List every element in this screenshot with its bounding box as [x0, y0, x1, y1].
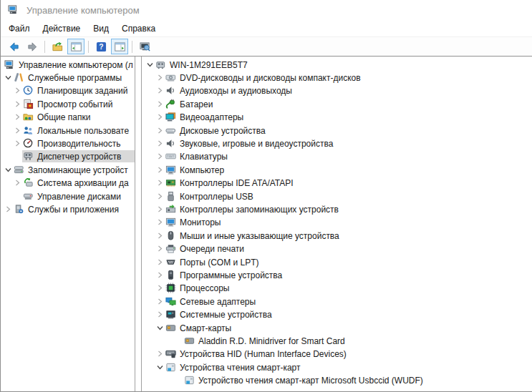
chevron-right-icon[interactable] [12, 140, 22, 147]
tree-item-body[interactable]: Аудиовходы и аудиовыходы [165, 84, 294, 97]
tree-item-body[interactable]: Звуковые, игровые и видеоустройства [165, 137, 335, 150]
tree-item-body[interactable]: Службы и приложения [13, 203, 121, 215]
tree-item[interactable]: Служебные программы [1, 71, 135, 84]
tree-item-body[interactable]: Запоминающие устройст [13, 164, 130, 176]
tree-item-body[interactable]: Контроллеры IDE ATA/ATAPI [165, 177, 296, 189]
tree-item[interactable]: Устройства чтения смарт-карт [142, 361, 532, 373]
chevron-right-icon[interactable] [3, 206, 13, 212]
tree-item-body[interactable]: Устройство чтения смарт-карт Microsoft U… [183, 374, 425, 386]
tree-item-body[interactable]: Системные устройства [165, 308, 274, 320]
tree-item-body[interactable]: Видеоадаптеры [165, 111, 246, 123]
forward-button[interactable] [24, 39, 41, 54]
tree-item[interactable]: Программные устройства [142, 268, 532, 281]
tree-item[interactable]: Клавиатуры [142, 150, 532, 163]
tree-item-body[interactable]: Клавиатуры [165, 150, 230, 162]
tree-item-body[interactable]: Aladdin R.D. Minidriver for Smart Card [183, 335, 347, 347]
chevron-right-icon[interactable] [12, 180, 22, 186]
tree-item-body[interactable]: Просмотр событий [22, 98, 115, 110]
tree-item[interactable]: Звуковые, игровые и видеоустройства [142, 137, 532, 150]
chevron-right-icon[interactable] [155, 87, 165, 94]
tree-item[interactable]: Локальные пользовате [1, 124, 135, 137]
chevron-right-icon[interactable] [155, 232, 165, 239]
tree-item[interactable]: Очереди печати [142, 242, 532, 255]
chevron-right-icon[interactable] [155, 114, 165, 120]
chevron-down-icon[interactable] [145, 62, 155, 68]
tree-item[interactable]: Смарт-карты [142, 321, 532, 334]
panel-splitter[interactable] [135, 57, 141, 391]
tree-item[interactable]: Общие папки [1, 111, 135, 124]
chevron-right-icon[interactable] [155, 219, 165, 225]
tree-item[interactable]: Системные устройства [142, 308, 532, 320]
tree-item-body[interactable]: Контроллеры USB [165, 190, 256, 202]
tree-item-body[interactable]: Производительность [22, 137, 122, 150]
menu-item[interactable]: Действие [37, 22, 87, 35]
tree-item[interactable]: Система архивации да [1, 177, 135, 190]
tree-item-body[interactable]: Дисковые устройства [165, 124, 268, 137]
menu-item[interactable]: Файл [2, 22, 37, 35]
toggle-console-tree-button[interactable] [67, 39, 84, 54]
tree-item-body[interactable]: Компьютер [165, 164, 226, 176]
tree-item-body[interactable]: Диспетчер устройств [22, 150, 135, 162]
tree-item-body[interactable]: Служебные программы [13, 72, 124, 84]
tree-item[interactable]: Видеоадаптеры [142, 111, 532, 124]
chevron-right-icon[interactable] [155, 311, 165, 318]
tree-item[interactable]: Мониторы [142, 216, 532, 229]
chevron-right-icon[interactable] [155, 245, 165, 252]
tree-item-body[interactable]: Мыши и иные указывающие устройства [165, 230, 342, 242]
menu-item[interactable]: Справка [115, 22, 162, 35]
tree-item[interactable]: DVD-дисководы и дисководы компакт-дисков [142, 71, 532, 84]
tree-item[interactable]: Сетевые адаптеры [142, 295, 532, 308]
chevron-down-icon[interactable] [155, 364, 165, 371]
tree-item-body[interactable]: Мониторы [165, 216, 223, 228]
chevron-down-icon[interactable] [3, 167, 13, 173]
tree-item-body[interactable]: Управление компьютером (л [4, 59, 135, 71]
tree-item[interactable]: Контроллеры запоминающих устройств [142, 202, 532, 215]
chevron-right-icon[interactable] [155, 259, 165, 265]
tree-item-body[interactable]: Контроллеры запоминающих устройств [165, 203, 341, 215]
tree-item[interactable]: Планировщик заданий [1, 84, 135, 97]
tree-item[interactable]: Службы и приложения [1, 202, 135, 215]
chevron-right-icon[interactable] [155, 74, 165, 81]
tree-item[interactable]: Управление компьютером (л [1, 58, 135, 71]
tree-item-body[interactable]: Устройства HID (Human Interface Devices) [165, 348, 349, 360]
chevron-down-icon[interactable] [3, 74, 13, 81]
chevron-right-icon[interactable] [155, 206, 165, 212]
tree-item-body[interactable]: WIN-1M291EEB5T7 [155, 59, 250, 71]
menu-item[interactable]: Вид [87, 22, 115, 35]
chevron-right-icon[interactable] [155, 167, 165, 173]
toggle-action-pane-button[interactable] [111, 39, 128, 54]
tree-item[interactable]: Порты (COM и LPT) [142, 255, 532, 268]
tree-item[interactable]: WIN-1M291EEB5T7 [142, 58, 532, 71]
chevron-right-icon[interactable] [155, 285, 165, 291]
chevron-down-icon[interactable] [155, 325, 165, 331]
tree-item[interactable]: Батареи [142, 97, 532, 110]
tree-item-body[interactable]: Батареи [165, 98, 215, 110]
tree-item-body[interactable]: Смарт-карты [165, 322, 233, 334]
tree-item[interactable]: Аудиовходы и аудиовыходы [142, 84, 532, 97]
chevron-right-icon[interactable] [12, 87, 22, 94]
tree-item-body[interactable]: Планировщик заданий [22, 84, 130, 97]
tree-item-body[interactable]: Очереди печати [165, 242, 246, 255]
help-button[interactable]: ? [92, 39, 110, 54]
tree-item[interactable]: Процессоры [142, 282, 532, 295]
chevron-right-icon[interactable] [12, 127, 22, 134]
export-list-button[interactable] [49, 39, 66, 54]
tree-item[interactable]: Контроллеры USB [142, 190, 532, 202]
tree-item-body[interactable]: Устройства чтения смарт-карт [165, 361, 302, 373]
tree-item-body[interactable]: Процессоры [165, 282, 232, 294]
chevron-right-icon[interactable] [155, 140, 165, 147]
tree-item[interactable]: Устройство чтения смарт-карт Microsoft U… [142, 373, 532, 386]
chevron-right-icon[interactable] [155, 193, 165, 200]
tree-item[interactable]: Aladdin R.D. Minidriver for Smart Card [142, 334, 532, 347]
chevron-right-icon[interactable] [155, 351, 165, 357]
tree-item[interactable]: Производительность [1, 137, 135, 150]
chevron-right-icon[interactable] [12, 101, 22, 107]
tree-item[interactable]: Запоминающие устройст [1, 163, 135, 176]
tree-item-body[interactable]: Локальные пользовате [22, 124, 131, 137]
back-button[interactable] [5, 39, 22, 54]
tree-item[interactable]: Устройства HID (Human Interface Devices) [142, 348, 532, 361]
tree-item-body[interactable]: Общие папки [22, 111, 92, 123]
tree-item[interactable]: Компьютер [142, 163, 532, 176]
tree-item[interactable]: Диспетчер устройств [1, 150, 135, 163]
chevron-right-icon[interactable] [155, 298, 165, 305]
